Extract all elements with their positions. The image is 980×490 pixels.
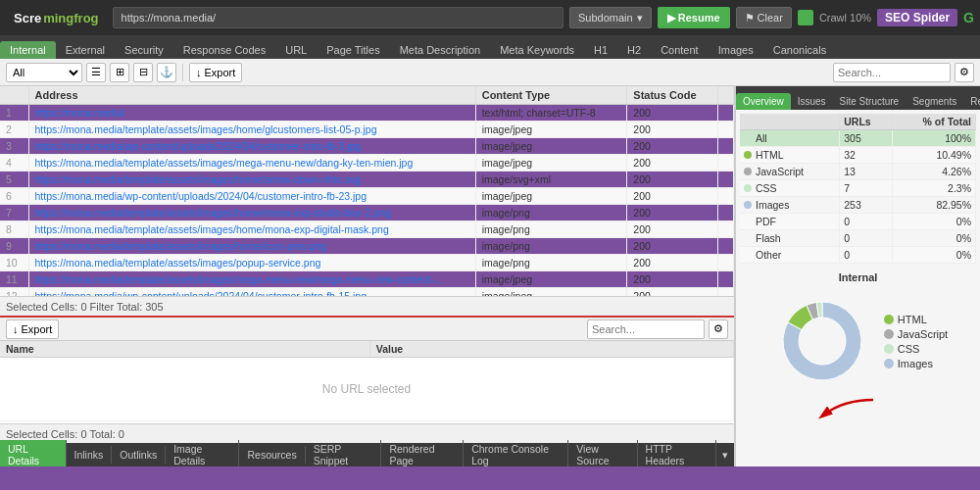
main-tab-content[interactable]: Content (651, 41, 709, 59)
subdomain-button[interactable]: Subdomain ▾ (569, 7, 652, 28)
row-url[interactable]: https://mona.media/ (28, 105, 475, 122)
row-url[interactable]: https://mona.media/template/assets/image… (28, 155, 475, 172)
bottom-tab-url-details[interactable]: URL Details (0, 440, 67, 466)
resume-button[interactable]: ▶ Resume (658, 7, 730, 28)
bottom-filter-button[interactable]: ⚙ (709, 319, 728, 339)
right-tab-site-structure[interactable]: Site Structure (833, 93, 906, 110)
stats-row[interactable]: Other 0 0% (740, 247, 976, 264)
stats-type-label: Flash (740, 230, 840, 247)
table-row[interactable]: 3 https://mona.media/wp-content/uploads/… (0, 138, 734, 155)
search-input[interactable] (833, 63, 951, 82)
table-row[interactable]: 1 https://mona.media/ text/html; charset… (0, 105, 734, 122)
filter-select[interactable]: AllHTMLJavaScriptCSSImagesPDFFlashOther (6, 63, 82, 82)
row-url[interactable]: https://mona.media/template/assets/image… (28, 122, 475, 138)
stats-type-label: HTML (740, 147, 840, 164)
stats-pct: 0% (892, 230, 975, 247)
stats-urls: 0 (840, 214, 892, 230)
main-tab-meta-keywords[interactable]: Meta Keywords (490, 41, 584, 59)
main-tab-url[interactable]: URL (275, 41, 317, 59)
stats-row[interactable]: All 305 100% (740, 130, 976, 147)
bottom-tab-resources[interactable]: Resources (239, 446, 305, 464)
stats-pct: 10.49% (892, 147, 975, 164)
anchor-button[interactable]: ⚓ (157, 63, 176, 82)
right-tab-response-times[interactable]: Response Times (963, 93, 980, 110)
filter-options-button[interactable]: ⚙ (955, 63, 974, 82)
table-row[interactable]: 2 https://mona.media/template/assets/ima… (0, 122, 734, 138)
grid-view-button[interactable]: ⊞ (110, 63, 129, 82)
clear-label: ⚑ Clear (745, 12, 783, 24)
table-row[interactable]: 8 https://mona.media/template/assets/ima… (0, 221, 734, 238)
table-row[interactable]: 5 https://mona.media/template/assets/ima… (0, 172, 734, 188)
main-tab-external[interactable]: External (56, 41, 115, 59)
main-tab-images[interactable]: Images (709, 41, 763, 59)
row-url[interactable]: https://mona.media/template/assets/image… (28, 205, 475, 221)
bottom-tab-rendered-page[interactable]: Rendered Page (381, 440, 464, 466)
clear-button[interactable]: ⚑ Clear (736, 7, 792, 28)
row-url[interactable]: https://mona.media/template/assets/image… (28, 255, 475, 271)
bottom-tab-inlinks[interactable]: Inlinks (67, 446, 113, 464)
legend-item-html: HTML (884, 314, 948, 325)
right-tab-segments[interactable]: Segments (906, 93, 963, 110)
bottom-tab-serp-snippet[interactable]: SERP Snippet (306, 440, 382, 466)
stats-row[interactable]: PDF 0 0% (740, 214, 976, 230)
col-content-type[interactable]: Content Type (475, 86, 627, 105)
bottom-export-button[interactable]: ↓ Export (6, 319, 59, 339)
stats-row[interactable]: JavaScript 13 4.26% (740, 164, 976, 180)
col-name: Name (0, 341, 369, 358)
col-extra (718, 86, 734, 105)
main-tab-response-codes[interactable]: Response Codes (173, 41, 275, 59)
url-input[interactable] (113, 7, 564, 28)
row-number: 4 (0, 155, 28, 172)
bottom-tab-http-headers[interactable]: HTTP Headers (638, 440, 716, 466)
export-button[interactable]: ↓ Export (189, 63, 242, 82)
row-url[interactable]: https://mona.media/template/assets/image… (28, 221, 475, 238)
main-tab-h2[interactable]: H2 (617, 41, 651, 59)
stats-type-label: Images (740, 197, 840, 214)
bottom-tab-view-source[interactable]: View Source (568, 440, 637, 466)
right-tab-issues[interactable]: Issues (791, 93, 833, 110)
table-row[interactable]: 12 https://mona.media/wp-content/uploads… (0, 288, 734, 297)
main-tab-h1[interactable]: H1 (584, 41, 617, 59)
row-url[interactable]: https://mona.media/template/assets/image… (28, 238, 475, 255)
main-tab-internal[interactable]: Internal (0, 41, 56, 59)
row-url[interactable]: https://mona.media/wp-content/uploads/20… (28, 188, 475, 205)
table-row[interactable]: 4 https://mona.media/template/assets/ima… (0, 155, 734, 172)
list-view-button[interactable]: ☰ (86, 63, 106, 82)
col-address[interactable]: Address (28, 86, 475, 105)
table-row[interactable]: 10 https://mona.media/template/assets/im… (0, 255, 734, 271)
col-status-code[interactable]: Status Code (627, 86, 718, 105)
bottom-search-input[interactable] (587, 319, 705, 339)
chart-title: Internal (839, 271, 878, 283)
main-tab-meta-description[interactable]: Meta Description (390, 41, 491, 59)
bottom-tab-outlinks[interactable]: Outlinks (112, 446, 166, 464)
stats-row[interactable]: CSS 7 2.3% (740, 180, 976, 197)
table-row[interactable]: 6 https://mona.media/wp-content/uploads/… (0, 188, 734, 205)
row-url[interactable]: https://mona.media/template/assets/image… (28, 172, 475, 188)
row-url[interactable]: https://mona.media/template/assets/image… (28, 271, 475, 288)
row-url[interactable]: https://mona.media/wp-content/uploads/20… (28, 288, 475, 297)
stats-row[interactable]: HTML 32 10.49% (740, 147, 976, 164)
table-row[interactable]: 7 https://mona.media/template/assets/ima… (0, 205, 734, 221)
bottom-nav-more-button[interactable]: ▾ (716, 446, 734, 465)
main-tab-page-titles[interactable]: Page Titles (317, 41, 389, 59)
app-logo: Scremingfrog (6, 9, 107, 27)
legend-dot (884, 359, 894, 368)
right-tab-overview[interactable]: Overview (736, 93, 791, 110)
table-row[interactable]: 9 https://mona.media/template/assets/ima… (0, 238, 734, 255)
bottom-tab-image-details[interactable]: Image Details (166, 440, 239, 466)
stats-row[interactable]: Images 253 82.95% (740, 197, 976, 214)
data-table[interactable]: Address Content Type Status Code 1 https… (0, 86, 734, 296)
main-tab-security[interactable]: Security (115, 41, 173, 59)
right-stats: URLs % of Total All 305 100% HTML 32 10.… (736, 110, 980, 268)
stats-urls: 253 (840, 197, 892, 214)
toolbar: AllHTMLJavaScriptCSSImagesPDFFlashOther … (0, 59, 980, 86)
bottom-data-table[interactable]: Name Value No URL selected (0, 341, 734, 423)
row-url[interactable]: https://mona.media/wp-content/uploads/20… (28, 138, 475, 155)
table-row[interactable]: 11 https://mona.media/template/assets/im… (0, 271, 734, 288)
row-status-code: 200 (627, 155, 718, 172)
tag-button[interactable]: ⊟ (133, 63, 153, 82)
stats-row[interactable]: Flash 0 0% (740, 230, 976, 247)
main-tab-canonicals[interactable]: Canonicals (763, 41, 836, 59)
bottom-tab-chrome-console-log[interactable]: Chrome Console Log (464, 440, 568, 466)
row-status-code: 200 (627, 271, 718, 288)
